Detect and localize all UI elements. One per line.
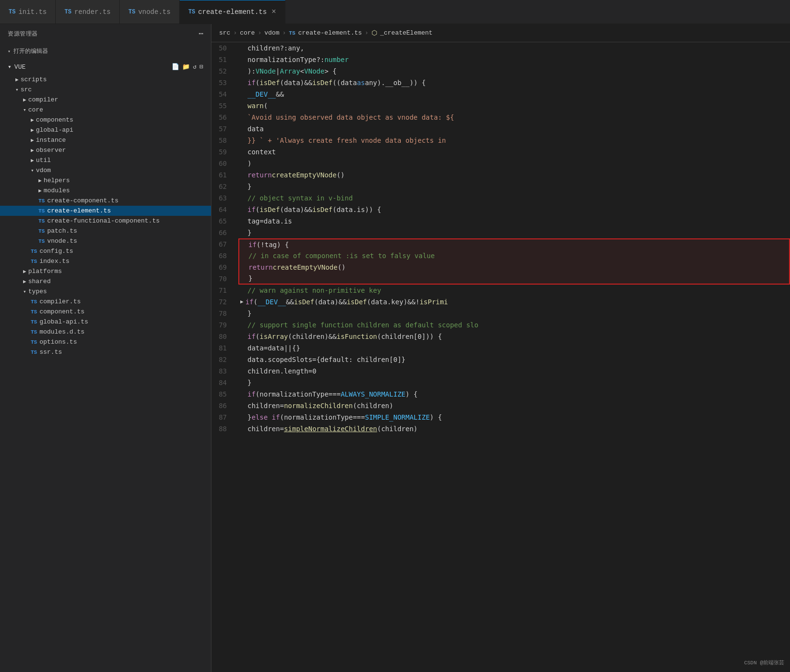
chevron-down-icon: ▾ [23,107,26,113]
sidebar-item-util[interactable]: ▶ util [0,155,211,165]
refresh-icon[interactable]: ↺ [193,63,197,71]
tab-render-label: render.ts [74,8,111,16]
sidebar-item-compiler-ts[interactable]: TS compiler.ts [0,297,211,307]
folder-label: global-api [36,126,74,134]
ts-badge: TS [38,198,45,204]
tab-create-element[interactable]: TS create-element.ts × [180,0,285,24]
code-line: `Avoid using observed data object as vno… [238,112,790,123]
sidebar-item-platforms[interactable]: ▶ platforms [0,266,211,276]
collapse-icon[interactable]: ⊟ [199,63,203,71]
new-file-icon[interactable]: 📄 [172,63,179,71]
code-line: children.length = 0 [238,365,790,377]
tab-render[interactable]: TS render.ts [56,0,120,24]
breadcrumb-sep: › [282,29,286,37]
code-line: children = normalizeChildren(children) [238,400,790,411]
sidebar-item-instance[interactable]: ▶ instance [0,135,211,145]
sidebar-item-global-api-ts[interactable]: TS global-api.ts [0,317,211,327]
chevron-down-icon: ▾ [31,167,34,174]
file-label: create-component.ts [47,197,118,204]
code-line: // in case of component :is set to falsy… [238,250,790,261]
code-line: }} ` + 'Always create fresh vnode data o… [238,135,790,146]
code-line: ) [238,158,790,169]
code-line: ▶ if (__DEV__ && isDef(data) && isDef(da… [238,296,790,308]
tab-init[interactable]: TS init.ts [0,0,56,24]
sidebar-item-global-api[interactable]: ▶ global-api [0,125,211,135]
open-editors-label[interactable]: ▾ 打开的编辑器 [0,45,211,57]
sidebar-item-create-element[interactable]: TS create-element.ts [0,206,211,216]
sidebar-item-vnode[interactable]: TS vnode.ts [0,236,211,246]
code-line: context [238,146,790,158]
sidebar-item-shared[interactable]: ▶ shared [0,276,211,286]
folder-label: shared [28,278,51,285]
new-folder-icon[interactable]: 📁 [182,63,190,71]
file-label: patch.ts [47,227,77,235]
sidebar-item-create-component[interactable]: TS create-component.ts [0,196,211,206]
sidebar-item-options[interactable]: TS options.ts [0,337,211,347]
file-label: modules.d.ts [39,328,85,336]
sidebar-item-core[interactable]: ▾ core [0,105,211,115]
folder-label: scripts [21,76,47,83]
sidebar-item-vdom[interactable]: ▾ vdom [0,165,211,175]
folder-label: instance [36,137,66,144]
code-area: src › core › vdom › TS create-element.ts… [211,24,790,672]
ts-badge: TS [31,329,37,335]
sidebar-item-src[interactable]: ▾ src [0,85,211,95]
code-line: } else if (normalizationType === SIMPLE_… [238,411,790,423]
sidebar-item-component-ts[interactable]: TS component.ts [0,307,211,317]
vue-label-text: VUE [14,63,25,71]
open-editors-section: ▾ 打开的编辑器 [0,43,211,59]
sidebar-header: 资源管理器 ⋯ [0,24,211,43]
ts-badge: TS [31,319,37,325]
sidebar-item-types[interactable]: ▾ types [0,286,211,297]
sidebar-item-components[interactable]: ▶ components [0,115,211,125]
sidebar-item-helpers[interactable]: ▶ helpers [0,175,211,186]
folder-label: helpers [44,177,70,184]
folder-label: modules [44,187,70,194]
function-icon: ⬡ [371,29,377,37]
sidebar-header-icons: ⋯ [198,29,203,38]
ts-icon: TS [64,9,71,15]
ts-icon: TS [9,9,15,15]
main-layout: 资源管理器 ⋯ ▾ 打开的编辑器 ▾ VUE 📄 📁 ↺ ⊟ [0,24,790,672]
chevron-down-icon: ▾ [23,288,26,295]
code-line: } [238,308,790,319]
sidebar-item-patch[interactable]: TS patch.ts [0,226,211,236]
vue-label[interactable]: ▾ VUE 📄 📁 ↺ ⊟ [0,61,211,73]
code-line: if (isDef(data) && isDef(data.is)) { [238,204,790,215]
sidebar-item-modules[interactable]: ▶ modules [0,186,211,196]
sidebar-title: 资源管理器 [8,30,38,38]
breadcrumb-file: create-element.ts [298,29,362,37]
folder-label: compiler [28,96,58,103]
sidebar-item-create-functional[interactable]: TS create-functional-component.ts [0,216,211,226]
file-label: options.ts [39,338,77,346]
code-line: // support single function children as d… [238,319,790,331]
open-editors-text: 打开的编辑器 [13,47,48,55]
sidebar-item-index[interactable]: TS index.ts [0,256,211,266]
new-file-icon[interactable]: ⋯ [198,29,203,38]
file-label: ssr.ts [39,348,62,356]
watermark: CSDN @前端张芸 [744,659,784,666]
chevron-right-icon: ▶ [23,97,26,103]
code-line: ): VNode | Array<VNode> { [238,65,790,77]
close-icon[interactable]: × [272,8,276,16]
tab-init-label: init.ts [18,8,47,16]
sidebar-item-config[interactable]: TS config.ts [0,246,211,256]
chevron-right-icon: ▶ [31,127,34,133]
folder-label: types [28,288,47,295]
sidebar-item-compiler[interactable]: ▶ compiler [0,95,211,105]
code-content: 5051525354555657585960616263646566676869… [211,42,790,672]
tab-vnode[interactable]: TS vnode.ts [120,0,180,24]
sidebar-item-scripts[interactable]: ▶ scripts [0,75,211,85]
ts-badge: TS [38,218,45,224]
chevron-right-icon: ▶ [23,268,26,274]
sidebar: 资源管理器 ⋯ ▾ 打开的编辑器 ▾ VUE 📄 📁 ↺ ⊟ [0,24,211,672]
chevron-right-icon: ▶ [38,187,42,194]
file-label: global-api.ts [39,318,88,325]
sidebar-item-ssr[interactable]: TS ssr.ts [0,347,211,357]
folder-label: vdom [36,167,51,174]
ts-badge: TS [31,349,37,355]
code-wrapper: children?: any, normalizationType?: numb… [238,42,790,672]
code-line: } [238,227,790,238]
sidebar-item-modules-d[interactable]: TS modules.d.ts [0,327,211,337]
sidebar-item-observer[interactable]: ▶ observer [0,145,211,155]
